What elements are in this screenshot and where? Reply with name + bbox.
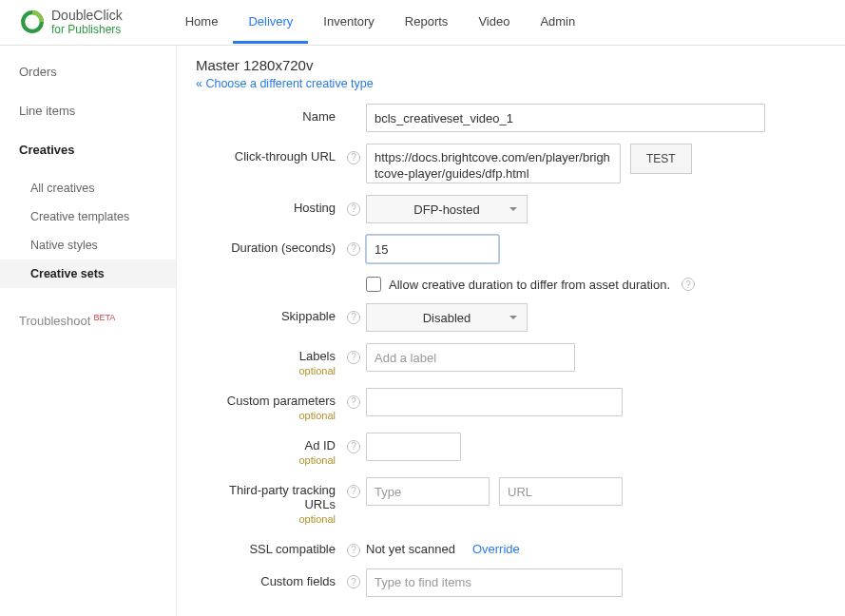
help-icon[interactable]: ? <box>347 151 360 164</box>
skippable-label: Skippable <box>196 303 343 323</box>
help-icon[interactable]: ? <box>347 440 360 453</box>
skippable-dropdown[interactable]: Disabled <box>366 303 528 332</box>
sidebar-line-items[interactable]: Line items <box>19 104 176 118</box>
adid-label: Ad ID <box>304 438 336 452</box>
third-party-url-input[interactable] <box>499 477 623 506</box>
nav-video[interactable]: Video <box>463 1 525 44</box>
optional-text: optional <box>196 410 336 421</box>
hosting-dropdown[interactable]: DFP-hosted <box>366 195 528 223</box>
logo-line2: for Publishers <box>51 24 123 36</box>
sidebar-all-creatives[interactable]: All creatives <box>19 174 176 202</box>
help-icon[interactable]: ? <box>347 575 360 588</box>
help-icon[interactable]: ? <box>347 544 360 557</box>
name-input[interactable] <box>366 104 765 132</box>
click-through-input[interactable]: https://docs.brightcove.com/en/player/br… <box>366 144 621 183</box>
click-through-label: Click-through URL <box>196 144 343 164</box>
nav-delivery[interactable]: Delivery <box>233 1 308 44</box>
sidebar-native-styles[interactable]: Native styles <box>19 231 176 260</box>
labels-label: Labels <box>299 349 336 363</box>
adid-input[interactable] <box>366 433 461 461</box>
sidebar-orders[interactable]: Orders <box>19 65 176 79</box>
help-icon[interactable]: ? <box>347 351 360 364</box>
custom-params-input[interactable] <box>366 388 623 416</box>
duration-label: Duration (seconds) <box>196 235 343 255</box>
nav-inventory[interactable]: Inventory <box>308 1 389 44</box>
help-icon[interactable]: ? <box>347 395 360 409</box>
nav-admin[interactable]: Admin <box>525 1 590 44</box>
optional-text: optional <box>196 513 336 525</box>
hosting-label: Hosting <box>196 195 343 215</box>
custom-fields-label: Custom fields <box>196 568 343 588</box>
app-header: DoubleClick for Publishers Home Delivery… <box>0 0 845 46</box>
help-icon[interactable]: ? <box>347 242 360 256</box>
top-nav: Home Delivery Inventory Reports Video Ad… <box>170 1 591 44</box>
nav-reports[interactable]: Reports <box>390 1 464 44</box>
ssl-status-text: Not yet scanned <box>366 542 455 556</box>
logo-text: DoubleClick for Publishers <box>51 9 123 36</box>
optional-text: optional <box>196 454 336 466</box>
help-icon[interactable]: ? <box>347 485 360 498</box>
third-party-label: Third-party tracking URLs <box>229 483 336 511</box>
custom-params-label: Custom parameters <box>227 394 336 408</box>
choose-different-type-link[interactable]: « Choose a different creative type <box>196 77 374 90</box>
sidebar-creative-templates[interactable]: Creative templates <box>19 202 176 231</box>
doubleclick-logo-icon <box>19 9 46 35</box>
ssl-override-link[interactable]: Override <box>472 542 520 556</box>
test-button[interactable]: TEST <box>630 144 692 174</box>
ssl-label: SSL compatible <box>196 536 343 556</box>
sidebar-troubleshoot[interactable]: Troubleshoot <box>19 314 90 328</box>
main-content: Master 1280x720v « Choose a different cr… <box>176 46 845 616</box>
allow-differ-label: Allow creative duration to differ from a… <box>389 278 670 292</box>
sidebar-creatives[interactable]: Creatives <box>19 143 176 157</box>
sidebar: Orders Line items Creatives All creative… <box>0 46 176 616</box>
beta-badge: BETA <box>93 313 115 322</box>
logo[interactable]: DoubleClick for Publishers <box>19 9 123 36</box>
help-icon[interactable]: ? <box>682 278 695 291</box>
page-title: Master 1280x720v <box>196 57 826 73</box>
third-party-type-input[interactable] <box>366 477 490 506</box>
allow-differ-checkbox[interactable] <box>366 277 381 292</box>
nav-home[interactable]: Home <box>170 1 234 44</box>
labels-input[interactable] <box>366 343 575 372</box>
custom-fields-input[interactable] <box>366 568 623 597</box>
name-label: Name <box>196 104 343 124</box>
help-icon[interactable]: ? <box>347 311 360 324</box>
sidebar-creative-sets[interactable]: Creative sets <box>0 260 176 288</box>
logo-line1: DoubleClick <box>51 9 123 23</box>
optional-text: optional <box>196 365 336 376</box>
duration-input[interactable] <box>366 235 499 263</box>
help-icon[interactable]: ? <box>347 202 360 216</box>
